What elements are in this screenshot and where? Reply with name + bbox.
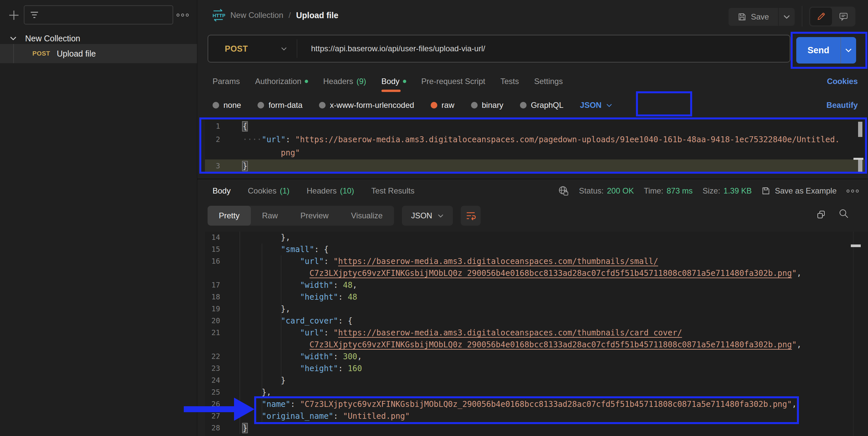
wrap-lines-button[interactable] — [461, 206, 480, 226]
sidebar: New Collection POST Upload file — [0, 0, 197, 436]
response-tab-body[interactable]: Body — [213, 186, 231, 196]
save-button[interactable]: Save — [728, 8, 778, 26]
tab-params[interactable]: Params — [213, 71, 240, 92]
comment-icon — [839, 12, 848, 21]
search-response-button[interactable] — [839, 208, 849, 219]
fold-gutter — [229, 303, 240, 315]
copy-response-button[interactable] — [816, 210, 826, 220]
code-line: 18 "height": 48 — [205, 291, 868, 303]
filter-input[interactable] — [43, 10, 167, 20]
request-name: Upload file — [57, 49, 96, 59]
tab-tests[interactable]: Tests — [500, 71, 519, 92]
line-number: 26 — [205, 398, 229, 410]
code-line: 26 "name": "C7z3LXjptyc69vzXFINKGsbijMOb… — [205, 398, 868, 410]
view-visualize[interactable]: Visualize — [340, 206, 394, 226]
save-label: Save — [751, 12, 769, 22]
response-headers-count: (10) — [340, 186, 354, 196]
radio-binary[interactable]: binary — [471, 100, 503, 110]
line-number: 2 — [205, 133, 229, 146]
tab-settings[interactable]: Settings — [534, 71, 563, 92]
view-preview[interactable]: Preview — [289, 206, 340, 226]
line-number: 16 — [205, 255, 229, 267]
radio-x-www-form-urlencoded[interactable]: x-www-form-urlencoded — [319, 100, 414, 110]
sidebar-item-collection[interactable]: New Collection — [0, 32, 197, 45]
line-number: 28 — [205, 422, 229, 434]
radio-graphql[interactable]: GraphQL — [520, 100, 564, 110]
radio-raw[interactable]: raw — [431, 100, 455, 110]
code-line: 24 } — [205, 375, 868, 386]
request-panel: HTTP New Collection / Upload file Save — [197, 0, 868, 436]
filter-icon — [30, 10, 39, 19]
breadcrumb-separator: / — [288, 10, 291, 20]
chevron-down-icon[interactable] — [281, 47, 287, 51]
indent-guide — [281, 255, 281, 386]
sidebar-filter[interactable] — [24, 5, 173, 25]
response-more-button[interactable] — [846, 190, 859, 193]
cookies-link[interactable]: Cookies — [827, 71, 858, 92]
fold-gutter — [229, 255, 240, 267]
response-body-viewer[interactable]: 14 },15 "small": {16 "url": "https://bas… — [205, 232, 868, 436]
response-scrollbar-track — [853, 232, 854, 436]
code-line: 3} — [205, 159, 865, 173]
save-options-button[interactable] — [779, 8, 795, 26]
indent-guide — [262, 243, 262, 422]
response-tab-headers[interactable]: Headers (10) — [307, 186, 354, 196]
fold-gutter — [229, 422, 240, 434]
code-line: 27 "original_name": "Untitled.png" — [205, 410, 868, 422]
send-button[interactable]: Send — [796, 37, 841, 63]
tab-body[interactable]: Body — [381, 71, 406, 92]
breadcrumb-collection[interactable]: New Collection — [230, 10, 283, 20]
chevron-down-icon — [438, 214, 443, 218]
comments-button[interactable] — [833, 8, 855, 26]
beautify-link[interactable]: Beautify — [826, 95, 858, 115]
raw-language-select[interactable]: JSON — [580, 100, 612, 110]
response-meta: Status: 200 OK Time: 873 ms Size: 1.39 K… — [558, 181, 859, 201]
response-language-select[interactable]: JSON — [402, 206, 453, 226]
fold-gutter — [229, 375, 240, 386]
tree-indent-line — [13, 44, 14, 63]
headers-count: (9) — [356, 77, 366, 86]
fold-gutter — [229, 232, 240, 243]
method-selector[interactable]: POST — [225, 44, 281, 54]
network-globe-icon[interactable] — [558, 185, 569, 197]
request-url-bar: POST https://api.baserow.io/api/user-fil… — [208, 35, 790, 62]
send-options-button[interactable] — [841, 37, 856, 63]
response-tab-cookies[interactable]: Cookies (1) — [248, 186, 289, 196]
view-pretty[interactable]: Pretty — [208, 206, 251, 226]
url-input[interactable]: https://api.baserow.io/api/user-files/up… — [311, 44, 485, 53]
radio-form-data[interactable]: form-data — [257, 100, 303, 110]
request-editor-scrollbar[interactable] — [858, 122, 862, 137]
save-icon — [762, 186, 770, 195]
view-raw[interactable]: Raw — [251, 206, 289, 226]
chevron-down-icon — [606, 104, 612, 107]
radio-icon — [213, 102, 219, 109]
line-number: 14 — [205, 232, 229, 243]
modified-dot — [403, 80, 406, 83]
new-tab-button[interactable] — [7, 8, 22, 23]
request-body-editor[interactable]: 1{2····"url": "https://baserow-media.ams… — [205, 120, 865, 173]
edit-docs-button[interactable] — [810, 8, 832, 26]
tab-pre-request-script[interactable]: Pre-request Script — [422, 71, 485, 92]
view-mode-segmented: Pretty Raw Preview Visualize — [208, 206, 394, 226]
line-number: 24 — [205, 375, 229, 386]
response-tab-test-results[interactable]: Test Results — [371, 186, 414, 196]
radio-none[interactable]: none — [213, 100, 241, 110]
line-number: 25 — [205, 386, 229, 398]
radio-icon — [257, 102, 264, 109]
save-icon — [738, 12, 746, 21]
code-line: 22 "width": 300, — [205, 351, 868, 362]
tab-headers[interactable]: Headers (9) — [323, 71, 366, 92]
tab-authorization[interactable]: Authorization — [255, 71, 308, 92]
save-as-example-button[interactable]: Save as Example — [762, 186, 837, 196]
request-editor-scrollbar[interactable] — [858, 160, 862, 172]
sidebar-item-request[interactable]: POST Upload file — [0, 44, 197, 63]
code-line: 28} — [205, 422, 868, 434]
response-scrollbar-thumb[interactable] — [851, 244, 861, 247]
code-line: 16 "url": "https://baserow-media.ams3.di… — [205, 255, 868, 267]
fold-gutter — [229, 386, 240, 398]
sidebar-more-button[interactable] — [177, 10, 189, 19]
plus-icon — [7, 9, 21, 22]
time-badge: Time: 873 ms — [644, 186, 693, 196]
fold-gutter — [229, 279, 240, 291]
more-dots-icon — [846, 190, 849, 193]
